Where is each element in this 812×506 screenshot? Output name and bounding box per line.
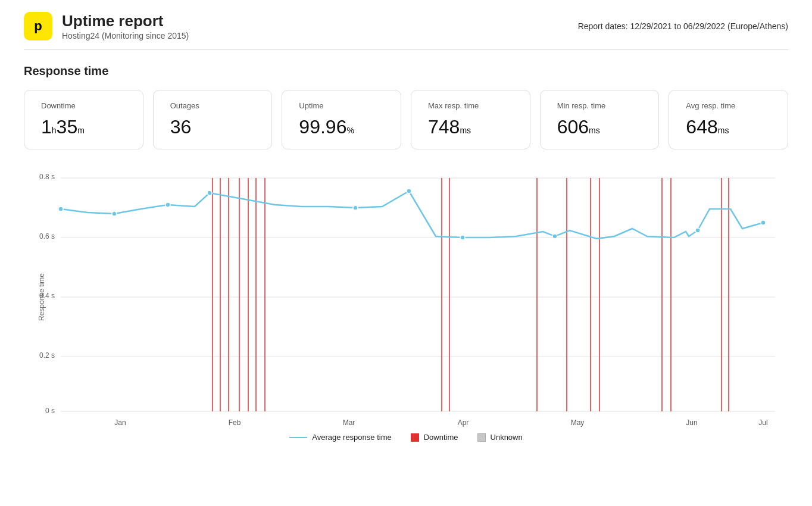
- x-label-may: May: [571, 418, 585, 427]
- x-label-apr: Apr: [458, 418, 469, 427]
- max-resp-label: Max resp. time: [428, 101, 513, 110]
- y-axis-title: Response time: [38, 273, 46, 321]
- legend-downtime-symbol: [411, 433, 419, 442]
- x-label-jun: Jun: [686, 418, 697, 427]
- logo: p: [24, 12, 52, 40]
- page-header: p Uptime report Hosting24 (Monitoring si…: [0, 0, 812, 49]
- min-resp-label: Min resp. time: [557, 101, 642, 110]
- chart-dot: [460, 235, 465, 240]
- legend-unknown: Unknown: [477, 433, 523, 442]
- chart-dot: [695, 228, 700, 233]
- avg-resp-value: 648ms: [686, 116, 771, 138]
- y-label-00: 0 s: [45, 407, 55, 415]
- report-dates: Report dates: 12/29/2021 to 06/29/2022 (…: [578, 21, 788, 31]
- legend-avg-line: Average response time: [289, 433, 391, 442]
- outages-label: Outages: [170, 101, 255, 110]
- chart-dot: [112, 211, 117, 216]
- response-time-chart: 0.8 s 0.6 s 0.4 s 0.2 s 0 s Response tim…: [24, 166, 788, 428]
- stat-downtime: Downtime 1h35m: [24, 90, 143, 149]
- chart-area: 0.8 s 0.6 s 0.4 s 0.2 s 0 s Response tim…: [24, 166, 788, 440]
- stats-grid: Downtime 1h35m Outages 36 Uptime 99.96% …: [24, 90, 788, 149]
- x-label-feb: Feb: [229, 418, 241, 427]
- chart-dot: [552, 234, 557, 239]
- section-title: Response time: [24, 64, 788, 78]
- stat-outages: Outages 36: [153, 90, 273, 149]
- app-title: Uptime report: [62, 12, 189, 30]
- legend-unknown-symbol: [477, 433, 486, 442]
- y-label-08: 0.8 s: [39, 173, 55, 181]
- legend-downtime: Downtime: [411, 433, 458, 442]
- header-left: p Uptime report Hosting24 (Monitoring si…: [24, 12, 189, 40]
- stat-max-resp: Max resp. time 748ms: [411, 90, 530, 149]
- chart-dot: [207, 190, 212, 195]
- chart-dot: [407, 189, 411, 193]
- y-label-02: 0.2 s: [39, 351, 55, 360]
- stat-min-resp: Min resp. time 606ms: [540, 90, 660, 149]
- avg-resp-label: Avg resp. time: [686, 101, 771, 110]
- min-resp-value: 606ms: [557, 116, 642, 138]
- max-resp-value: 748ms: [428, 116, 513, 138]
- legend-downtime-label: Downtime: [424, 433, 458, 442]
- legend-avg-label: Average response time: [312, 433, 391, 442]
- uptime-label: Uptime: [299, 101, 384, 110]
- app-info: Uptime report Hosting24 (Monitoring sinc…: [62, 12, 189, 40]
- uptime-value: 99.96%: [299, 116, 384, 138]
- chart-legend: Average response time Downtime Unknown: [24, 433, 788, 442]
- avg-response-line: [61, 191, 763, 239]
- y-label-06: 0.6 s: [39, 232, 55, 240]
- x-label-mar: Mar: [343, 418, 355, 427]
- response-time-section: Response time Downtime 1h35m Outages 36 …: [0, 50, 812, 454]
- legend-line-symbol: [289, 437, 307, 438]
- chart-dot: [165, 202, 170, 207]
- legend-unknown-label: Unknown: [491, 433, 523, 442]
- downtime-value: 1h35m: [41, 116, 126, 138]
- app-subtitle: Hosting24 (Monitoring since 2015): [62, 31, 189, 40]
- chart-dot: [761, 220, 766, 225]
- stat-uptime: Uptime 99.96%: [282, 90, 401, 149]
- x-label-jan: Jan: [114, 418, 126, 427]
- chart-dot: [353, 205, 358, 210]
- x-label-jul: Jul: [758, 418, 767, 427]
- downtime-label: Downtime: [41, 101, 126, 110]
- chart-dot: [58, 207, 63, 211]
- outages-value: 36: [170, 116, 255, 138]
- stat-avg-resp: Avg resp. time 648ms: [669, 90, 788, 149]
